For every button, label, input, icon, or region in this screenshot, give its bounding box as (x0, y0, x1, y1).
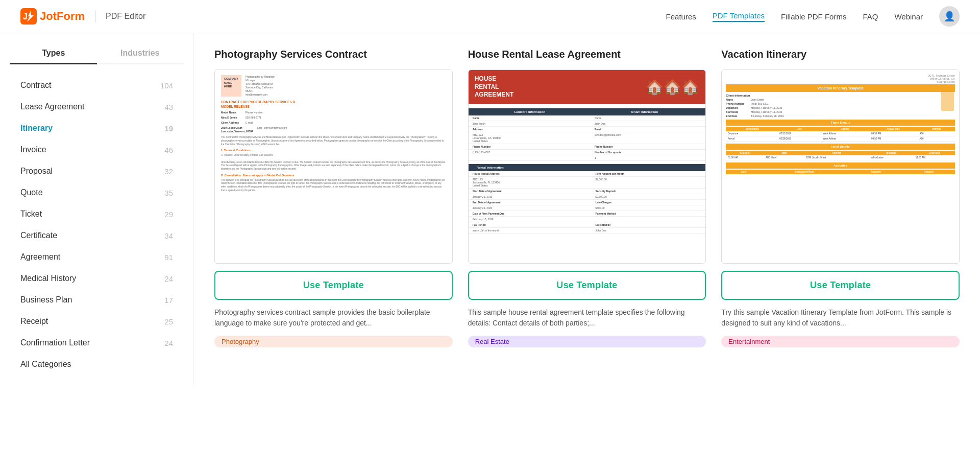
template-title-photography: Photography Services Contract (214, 49, 453, 60)
sidebar-item-business-plan[interactable]: Business Plan 17 (0, 289, 193, 311)
template-title-rental: House Rental Lease Agreement (468, 49, 706, 60)
avatar[interactable]: 👤 (939, 6, 960, 27)
sidebar-item-confirmation-letter[interactable]: Confirmation Letter 24 (0, 332, 193, 354)
sidebar-item-count: 29 (164, 210, 173, 219)
header-left: J JotForm PDF Editor (20, 8, 145, 25)
use-template-button-rental[interactable]: Use Template (468, 271, 706, 300)
sidebar-item-label: All Categories (20, 360, 71, 369)
sidebar-item-count: 34 (164, 231, 173, 240)
sidebar-item-label: Ticket (20, 209, 42, 219)
template-card-itinerary: Vacation Itinerary 3071 Truman StreetWes… (721, 49, 960, 347)
tab-types[interactable]: Types (10, 43, 97, 64)
sidebar-item-label: Itinerary (20, 124, 53, 133)
sidebar-item-count: 35 (164, 189, 173, 197)
template-card-rental: House Rental Lease Agreement HOUSERENTAL… (468, 49, 706, 347)
header-nav: Features PDF Templates Fillable PDF Form… (666, 6, 960, 27)
sidebar-item-label: Contract (20, 81, 51, 90)
sidebar-item-itinerary[interactable]: Itinerary 19 (0, 118, 193, 139)
use-template-button-photography[interactable]: Use Template (214, 271, 453, 300)
nav-webinar[interactable]: Webinar (894, 12, 923, 21)
template-description-photography: Photography services contract sample pro… (214, 307, 453, 329)
sidebar-item-count: 17 (164, 296, 173, 305)
sidebar-item-count: 19 (164, 124, 173, 133)
sidebar-item-count: 43 (164, 103, 173, 111)
sidebar-item-label: Business Plan (20, 295, 72, 305)
sidebar-item-contract[interactable]: Contract 104 (0, 75, 193, 96)
sidebar-item-label: Agreement (20, 252, 60, 262)
nav-fillable-pdf[interactable]: Fillable PDF Forms (781, 12, 846, 21)
template-description-rental: This sample house rental agreement templ… (468, 307, 706, 329)
logo[interactable]: J JotForm (20, 8, 85, 25)
sidebar-item-count: 104 (160, 81, 173, 90)
sidebar-item-quote[interactable]: Quote 35 (0, 182, 193, 203)
sidebar-item-all-categories[interactable]: All Categories (0, 354, 193, 375)
sidebar-item-label: Receipt (20, 317, 48, 326)
template-tag-photography[interactable]: Photography (214, 336, 453, 347)
sidebar-list: Contract 104 Lease Agreement 43 Itinerar… (0, 75, 193, 375)
sidebar-item-count: 24 (164, 339, 173, 347)
use-template-button-itinerary[interactable]: Use Template (721, 271, 960, 300)
template-tag-rental[interactable]: Real Estate (468, 336, 706, 347)
tab-industries[interactable]: Industries (97, 43, 184, 63)
template-preview-rental: HOUSERENTALAGREEMENT 🏠🏠🏠 Landlord Inform… (468, 69, 706, 264)
template-preview-photography: COMPANYNAMEHERE Photography by RandolphM… (214, 69, 453, 264)
jotform-logo-icon: J (20, 8, 37, 25)
app-header: J JotForm PDF Editor Features PDF Templa… (0, 0, 980, 33)
header-divider (95, 10, 95, 22)
sidebar-item-count: 25 (164, 317, 173, 326)
sidebar-item-proposal[interactable]: Proposal 32 (0, 160, 193, 182)
svg-text:J: J (23, 12, 28, 21)
sidebar-item-count: 46 (164, 146, 173, 154)
sidebar-item-lease-agreement[interactable]: Lease Agreement 43 (0, 96, 193, 118)
sidebar-item-receipt[interactable]: Receipt 25 (0, 311, 193, 332)
template-description-itinerary: Try this sample Vacation Itinerary Templ… (721, 307, 960, 329)
content-area: Photography Services Contract COMPANYNAM… (194, 33, 980, 385)
photo-preview-content: COMPANYNAMEHERE Photography by RandolphM… (215, 70, 452, 263)
sidebar: Types Industries Contract 104 Lease Agre… (0, 33, 194, 385)
template-preview-itinerary: 3071 Truman StreetWest Carolina, CAexamp… (721, 69, 960, 264)
sidebar-item-label: Proposal (20, 167, 53, 176)
templates-grid: Photography Services Contract COMPANYNAM… (214, 49, 960, 347)
logo-text: JotForm (40, 10, 85, 23)
template-tag-itinerary[interactable]: Entertainment (721, 336, 960, 347)
sidebar-item-label: Lease Agreement (20, 102, 84, 111)
sidebar-item-invoice[interactable]: Invoice 46 (0, 139, 193, 160)
sidebar-item-ticket[interactable]: Ticket 29 (0, 203, 193, 225)
sidebar-item-count: 91 (164, 253, 173, 262)
nav-features[interactable]: Features (666, 12, 696, 21)
sidebar-item-certificate[interactable]: Certificate 34 (0, 225, 193, 246)
nav-pdf-templates[interactable]: PDF Templates (713, 11, 765, 22)
sidebar-item-label: Medical History (20, 274, 76, 283)
sidebar-tabs: Types Industries (10, 43, 183, 64)
template-card-photography: Photography Services Contract COMPANYNAM… (214, 49, 453, 347)
sidebar-item-label: Invoice (20, 145, 46, 154)
main-container: Types Industries Contract 104 Lease Agre… (0, 33, 980, 385)
sidebar-item-count: 24 (164, 274, 173, 283)
sidebar-item-agreement[interactable]: Agreement 91 (0, 246, 193, 268)
rental-preview-content: HOUSERENTALAGREEMENT 🏠🏠🏠 Landlord Inform… (469, 70, 706, 263)
sidebar-item-count: 32 (164, 167, 173, 176)
sidebar-item-label: Quote (20, 188, 43, 197)
sidebar-item-label: Certificate (20, 231, 57, 240)
rental-hero: HOUSERENTALAGREEMENT 🏠🏠🏠 (469, 70, 706, 104)
sidebar-item-label: Confirmation Letter (20, 338, 90, 347)
app-label: PDF Editor (106, 12, 145, 21)
itinerary-preview-content: 3071 Truman StreetWest Carolina, CAexamp… (722, 70, 959, 263)
rental-houses-icon: 🏠🏠🏠 (646, 79, 699, 96)
sidebar-item-medical-history[interactable]: Medical History 24 (0, 268, 193, 289)
itinerary-figure (941, 90, 954, 111)
nav-faq[interactable]: FAQ (863, 12, 878, 21)
template-title-itinerary: Vacation Itinerary (721, 49, 960, 60)
